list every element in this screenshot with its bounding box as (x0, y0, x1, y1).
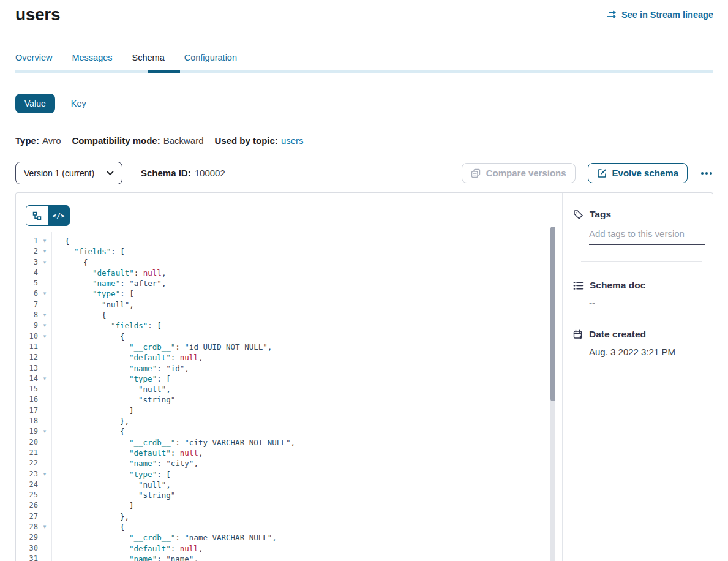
compatibility-value: Backward (163, 135, 204, 146)
fold-arrow-icon[interactable]: ▾ (38, 236, 51, 246)
code-line[interactable]: { (65, 310, 562, 320)
date-created-section: Date created Aug. 3 2022 3:21 PM (573, 329, 705, 357)
version-select-value: Version 1 (current) (24, 168, 94, 178)
code-line[interactable]: "type": [ (65, 374, 562, 384)
chevron-down-icon (107, 171, 114, 176)
schema-id-value: 100002 (195, 168, 225, 178)
code-view-button[interactable]: </> (48, 206, 69, 225)
type-value: Avro (42, 135, 61, 146)
evolve-schema-button[interactable]: Evolve schema (588, 163, 688, 183)
schema-sidebar: Tags Schema doc -- (562, 193, 713, 561)
gutter-line: 23▾ (16, 469, 51, 480)
gutter-line: 16 (16, 394, 51, 405)
fold-arrow-icon[interactable]: ▾ (38, 469, 51, 480)
tab-bar: Overview Messages Schema Configuration (0, 53, 728, 73)
code-line[interactable]: ] (65, 500, 562, 511)
sidebar-divider (581, 261, 702, 262)
code-line[interactable]: "name": "name", (65, 554, 562, 561)
fold-arrow-icon[interactable]: ▾ (38, 288, 51, 299)
gutter-line: 30 (16, 543, 51, 554)
topic-link[interactable]: users (281, 135, 304, 146)
code-view-icon: </> (53, 212, 65, 220)
code-line[interactable]: "fields": [ (65, 320, 562, 331)
tab-schema[interactable]: Schema (132, 53, 165, 62)
code-line[interactable]: "name": "city", (65, 458, 562, 469)
stream-lineage-link[interactable]: See in Stream lineage (607, 10, 713, 20)
tab-messages[interactable]: Messages (72, 53, 112, 62)
gutter-line: 21 (16, 448, 51, 458)
schema-doc-section: Schema doc -- (573, 280, 705, 308)
code-line[interactable]: "fields": [ (65, 246, 562, 257)
date-created-title: Date created (589, 329, 646, 340)
fold-arrow-icon[interactable]: ▾ (38, 426, 51, 437)
code-line[interactable]: "type": [ (65, 288, 562, 299)
schema-id-label: Schema ID: (141, 168, 191, 178)
compare-versions-label: Compare versions (486, 168, 566, 178)
date-created-value: Aug. 3 2022 3:21 PM (589, 347, 705, 357)
code-line[interactable]: }, (65, 511, 562, 522)
version-bar: Version 1 (current) Schema ID: 100002 Co… (15, 162, 713, 184)
code-line[interactable]: { (65, 522, 562, 532)
tab-configuration[interactable]: Configuration (184, 53, 237, 62)
editor-scrollbar-track[interactable] (550, 227, 555, 561)
code-line[interactable]: "string" (65, 490, 562, 500)
type-label: Type: (15, 135, 39, 146)
gutter-line: 18 (16, 416, 51, 426)
code-line[interactable]: "default": null, (65, 543, 562, 554)
more-options-icon[interactable] (700, 168, 713, 178)
value-toggle-button[interactable]: Value (15, 94, 55, 113)
edit-icon (597, 168, 607, 178)
fold-arrow-icon[interactable]: ▾ (38, 320, 51, 331)
code-line[interactable]: ] (65, 405, 562, 416)
code-line[interactable]: "name": "id", (65, 363, 562, 374)
gutter-line: 10▾ (16, 331, 51, 342)
version-select[interactable]: Version 1 (current) (15, 162, 122, 184)
code-line[interactable]: "default": null, (65, 448, 562, 458)
code-line[interactable]: }, (65, 416, 562, 426)
code-line[interactable]: { (65, 257, 562, 268)
gutter-line: 25 (16, 490, 51, 500)
tab-overview[interactable]: Overview (15, 53, 52, 62)
code-line[interactable]: { (65, 331, 562, 342)
schema-code-editor[interactable]: 1▾2▾3▾456▾78▾9▾10▾11121314▾1516171819▾20… (16, 232, 562, 561)
editor-gutter: 1▾2▾3▾456▾78▾9▾10▾11121314▾1516171819▾20… (16, 232, 52, 561)
tags-title: Tags (590, 209, 611, 220)
fold-arrow-icon[interactable]: ▾ (38, 310, 51, 320)
gutter-line: 8▾ (16, 310, 51, 320)
fold-arrow-icon[interactable]: ▾ (38, 331, 51, 342)
key-toggle-link[interactable]: Key (71, 99, 86, 108)
fold-arrow-icon[interactable]: ▾ (38, 246, 51, 257)
tree-view-button[interactable] (26, 206, 48, 225)
code-line[interactable]: "type": [ (65, 469, 562, 480)
code-line[interactable]: "__crdb__": "name VARCHAR NULL", (65, 532, 562, 543)
code-line[interactable]: { (65, 236, 562, 246)
code-line[interactable]: "string" (65, 394, 562, 405)
calendar-icon (573, 329, 583, 339)
code-line[interactable]: "name": "after", (65, 278, 562, 288)
gutter-line: 15 (16, 384, 51, 394)
page-header: users See in Stream lineage (0, 0, 728, 24)
code-line[interactable]: "null", (65, 480, 562, 490)
code-line[interactable]: "null", (65, 299, 562, 310)
active-tab-indicator (148, 70, 180, 73)
fold-arrow-icon[interactable]: ▾ (38, 522, 51, 532)
code-line[interactable]: "default": null, (65, 268, 562, 278)
stream-lineage-label: See in Stream lineage (621, 10, 713, 20)
gutter-line: 5 (16, 278, 51, 288)
gutter-line: 6▾ (16, 288, 51, 299)
fold-arrow-icon[interactable]: ▾ (38, 257, 51, 268)
fold-arrow-icon[interactable]: ▾ (38, 374, 51, 384)
code-line[interactable]: "default": null, (65, 352, 562, 363)
gutter-line: 28▾ (16, 522, 51, 532)
gutter-line: 9▾ (16, 320, 51, 331)
tree-diagram-icon (32, 211, 42, 220)
add-tags-input[interactable] (589, 220, 705, 245)
editor-toolbar: </> (16, 193, 562, 226)
compare-versions-button[interactable]: Compare versions (462, 163, 576, 183)
gutter-line: 14▾ (16, 374, 51, 384)
editor-scrollbar-thumb[interactable] (550, 227, 555, 401)
code-line[interactable]: "null", (65, 384, 562, 394)
code-line[interactable]: { (65, 426, 562, 437)
code-line[interactable]: "__crdb__": "city VARCHAR NOT NULL", (65, 437, 562, 448)
code-line[interactable]: "__crdb__": "id UUID NOT NULL", (65, 342, 562, 352)
